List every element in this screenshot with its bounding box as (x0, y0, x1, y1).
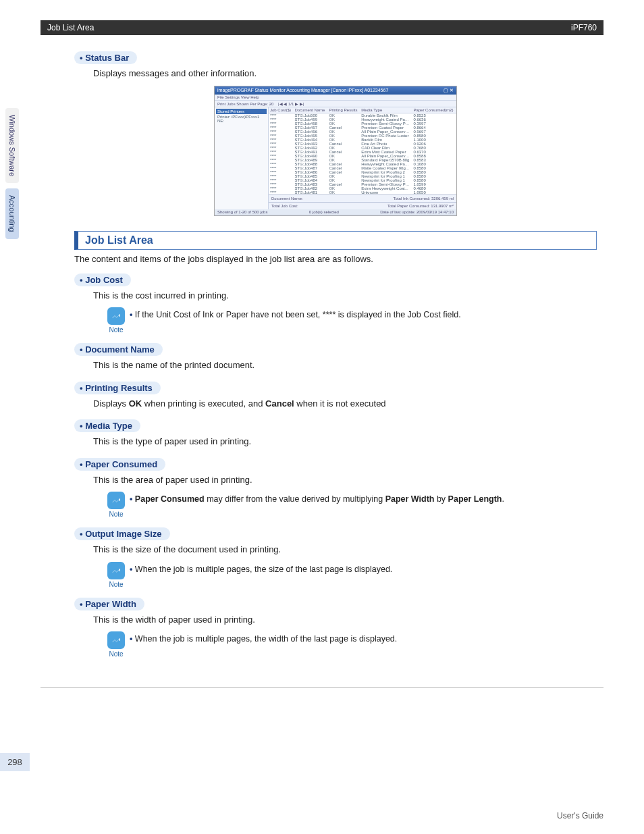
printing-results-desc: Displays OK when printing is executed, a… (93, 397, 597, 411)
note-label: Note (103, 581, 130, 588)
header-left: Job List Area (47, 23, 94, 32)
ss-summary-paper: Total Paper Consumed: 131.9907 m² (387, 204, 454, 208)
ss-col-header: Paper Consumed(m2) (412, 107, 456, 113)
ss-window-title: imagePROGRAF Status Monitor Accounting M… (217, 88, 388, 93)
printing-results-heading: Printing Results (74, 382, 161, 394)
document-name-heading: Document Name (74, 343, 163, 356)
page-number: 298 (0, 753, 30, 771)
output-image-size-heading: Output Image Size (74, 527, 170, 540)
note-label: Note (103, 650, 130, 658)
accounting-manager-screenshot: imagePROGRAF Status Monitor Accounting M… (214, 86, 457, 216)
job-cost-heading: Job Cost (74, 273, 131, 286)
media-type-desc: This is the type of paper used in printi… (93, 435, 597, 448)
note-icon (107, 307, 125, 325)
side-tab-windows-software[interactable]: Windows Software (5, 108, 19, 183)
ss-status-right: Date of last update: 2009/03/19 14:47:10 (380, 210, 454, 214)
section-heading: Job List Area (74, 231, 597, 250)
ss-status-left: Showing of 1-20 of 500 jobs (217, 210, 267, 214)
ss-col-header: Media Type (360, 107, 412, 113)
footer-rule (41, 687, 603, 688)
job-cost-note: If the Unit Cost of Ink or Paper have no… (130, 307, 461, 319)
ss-menubar: File Settings View Help (215, 95, 456, 101)
ss-summary-ink: Total Ink Consumed: 3206.459 ml (394, 197, 454, 201)
ss-col-header: Job Cost($) (269, 107, 293, 113)
section-intro: The content and items of the jobs displa… (74, 254, 597, 264)
note-icon (107, 631, 125, 649)
ss-summary-cost: Total Job Cost: (271, 204, 298, 208)
ss-sidebar-item: Printer: iPFxxx(iPFxxx1 NE: (216, 114, 267, 124)
ss-toolbar: Print Jobs Shown Per Page: 20 |◀ ◀ 1/1 ▶… (215, 101, 456, 107)
note-icon (107, 492, 125, 509)
paper-width-note: When the job is multiple pages, the widt… (130, 631, 397, 644)
header-bar: Job List Area iPF760 (41, 20, 603, 35)
header-right: iPF760 (571, 23, 597, 32)
media-type-heading: Media Type (74, 419, 140, 432)
status-bar-heading: Status Bar (74, 51, 137, 64)
ss-window-controls: ▢ ✕ (444, 88, 454, 93)
output-image-size-note: When the job is multiple pages, the size… (130, 562, 392, 574)
note-label: Note (103, 326, 130, 334)
note-label: Note (103, 511, 130, 518)
paper-consumed-desc: This is the area of paper used in printi… (93, 473, 597, 487)
output-image-size-desc: This is the size of the document used in… (93, 543, 597, 556)
document-name-desc: This is the name of the printed document… (93, 359, 597, 372)
note-icon (107, 562, 125, 579)
ss-col-header: Document Name (293, 107, 327, 113)
ss-col-header: Printing Results (327, 107, 360, 113)
status-bar-desc: Displays messages and other information. (93, 67, 597, 80)
side-tab-accounting[interactable]: Accounting (5, 188, 19, 238)
ss-summary-docname: Document Name: (271, 197, 303, 201)
ss-status-mid: 0 job(s) selected (309, 210, 339, 214)
footer-guide: User's Guide (557, 811, 603, 820)
paper-width-desc: This is the width of paper used in print… (93, 613, 597, 627)
ss-sidebar-top: Stored Printers (216, 109, 267, 114)
paper-width-heading: Paper Width (74, 598, 144, 610)
paper-consumed-heading: Paper Consumed (74, 458, 165, 471)
paper-consumed-note: Paper Consumed may differ from the value… (130, 492, 504, 504)
job-cost-desc: This is the cost incurred in printing. (93, 289, 597, 303)
